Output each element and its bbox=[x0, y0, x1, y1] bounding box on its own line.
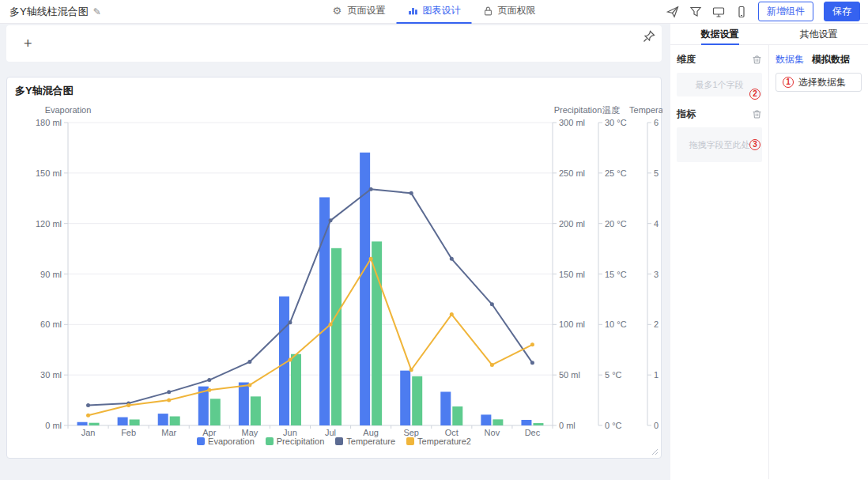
line-point bbox=[167, 399, 171, 403]
sidebar-tab-bar: 数据设置 其他设置 bbox=[670, 24, 868, 45]
bar bbox=[89, 423, 100, 425]
line-point bbox=[490, 363, 494, 367]
line-point bbox=[247, 360, 251, 364]
dataset-select[interactable]: 1 选择数据集 bbox=[776, 73, 862, 92]
chart-widget-card[interactable]: 多Y轴混合图 0 ml30 ml60 ml90 ml120 ml150 ml18… bbox=[6, 77, 662, 459]
bar bbox=[77, 422, 88, 425]
add-component-button[interactable]: 新增组件 bbox=[758, 2, 813, 21]
resize-handle[interactable] bbox=[651, 448, 659, 455]
axis-tick-label: 120 ml bbox=[36, 219, 62, 229]
bar-series-Precipitation bbox=[89, 241, 544, 425]
legend-label: Temperature bbox=[346, 437, 395, 446]
line-point bbox=[329, 218, 333, 222]
legend-item[interactable]: Evaporation bbox=[197, 437, 255, 446]
line-point bbox=[329, 323, 333, 327]
dimension-placeholder: 最多1个字段 bbox=[695, 79, 743, 91]
axis-tick-label: 6 bbox=[654, 118, 659, 127]
line-point bbox=[126, 403, 130, 407]
metric-section-title: 指标 bbox=[677, 108, 696, 121]
annotation-3: 3 bbox=[749, 139, 760, 150]
line-series-Temperature2 bbox=[89, 259, 533, 415]
desktop-preview-icon[interactable] bbox=[712, 6, 725, 18]
line-point bbox=[450, 312, 454, 316]
dataset-source-tab[interactable]: 数据集 bbox=[776, 53, 804, 66]
axis-tick-label: 5 bbox=[654, 168, 659, 178]
chart-legend: EvaporationPrecipitationTemperatureTempe… bbox=[7, 437, 661, 446]
line-point bbox=[369, 257, 373, 261]
tab-page-settings[interactable]: ⚙ 页面设置 bbox=[322, 0, 397, 24]
axis-tick-label: 1 bbox=[654, 370, 659, 380]
bar bbox=[130, 419, 140, 425]
axis-name: Evaporation bbox=[45, 105, 92, 115]
axis-name: Precipitation bbox=[554, 105, 602, 115]
axis-name: Temperat bbox=[629, 105, 662, 115]
save-button[interactable]: 保存 bbox=[824, 2, 860, 21]
legend-item[interactable]: Precipitation bbox=[266, 437, 325, 446]
legend-swatch bbox=[335, 437, 343, 445]
axis-tick-label: 2 bbox=[654, 319, 659, 329]
annotation-1: 1 bbox=[783, 77, 794, 88]
chart-icon bbox=[408, 6, 419, 17]
edit-title-icon[interactable]: ✎ bbox=[93, 6, 101, 17]
bar bbox=[412, 376, 422, 425]
legend-swatch bbox=[197, 437, 205, 445]
line-point bbox=[288, 358, 292, 362]
bar bbox=[521, 420, 531, 425]
axis-tick-label: 150 ml bbox=[36, 168, 62, 178]
metric-trash-icon[interactable] bbox=[752, 109, 762, 119]
legend-swatch bbox=[406, 437, 414, 445]
axis-tick-label: 0 bbox=[654, 421, 659, 430]
axis-tick-label: 0 ml bbox=[45, 421, 62, 430]
axis-name: 温度 bbox=[602, 105, 620, 115]
publish-send-icon[interactable] bbox=[666, 6, 679, 18]
tab-page-permissions[interactable]: 页面权限 bbox=[472, 0, 547, 24]
dimension-trash-icon[interactable] bbox=[752, 55, 762, 65]
axis-tick-label: 60 ml bbox=[40, 319, 62, 329]
legend-label: Temperature2 bbox=[417, 437, 471, 446]
axis-tick-label: 150 ml bbox=[559, 270, 585, 279]
metric-dropzone[interactable]: 拖拽字段至此处 3 bbox=[677, 127, 762, 162]
pin-icon[interactable] bbox=[643, 30, 655, 43]
axis-tick-label: 3 bbox=[654, 270, 659, 279]
tab-data-settings[interactable]: 数据设置 bbox=[670, 24, 769, 44]
line-point bbox=[167, 390, 171, 394]
axis-tick-label: 0 ml bbox=[559, 421, 576, 430]
chart-plot: 0 ml30 ml60 ml90 ml120 ml150 ml180 mlEva… bbox=[7, 77, 662, 459]
mock-data-tab[interactable]: 模拟数据 bbox=[812, 53, 850, 66]
bar bbox=[372, 241, 382, 425]
dimension-dropzone[interactable]: 最多1个字段 2 bbox=[677, 73, 762, 96]
line-series-Temperature bbox=[89, 189, 533, 405]
bar bbox=[452, 406, 462, 425]
dataset-select-placeholder: 选择数据集 bbox=[798, 76, 846, 89]
legend-item[interactable]: Temperature2 bbox=[406, 437, 471, 446]
bar bbox=[170, 417, 180, 425]
bar-series-Evaporation bbox=[77, 153, 532, 425]
line-point bbox=[207, 378, 211, 382]
tab-chart-design[interactable]: 图表设计 bbox=[397, 0, 472, 24]
filter-icon[interactable] bbox=[689, 6, 702, 18]
legend-item[interactable]: Temperature bbox=[335, 437, 395, 446]
dataset-column: 数据集 模拟数据 1 选择数据集 bbox=[769, 45, 868, 479]
header-tab-bar: ⚙ 页面设置 图表设计 页面权限 bbox=[322, 0, 547, 24]
axis-tick-label: 5 °C bbox=[605, 370, 622, 380]
empty-component-panel[interactable]: + bbox=[6, 25, 662, 62]
axis-tick-label: 30 ml bbox=[40, 370, 62, 380]
line-point bbox=[409, 368, 413, 372]
axis-tick-label: 0 °C bbox=[605, 421, 622, 430]
axis-tick-label: 20 °C bbox=[605, 219, 627, 229]
add-plus-button[interactable]: + bbox=[24, 36, 32, 52]
line-point bbox=[530, 342, 534, 346]
annotation-2: 2 bbox=[749, 89, 760, 100]
mobile-preview-icon[interactable] bbox=[735, 6, 748, 18]
axis-tick-label: 4 bbox=[654, 219, 659, 229]
tab-other-settings[interactable]: 其他设置 bbox=[769, 24, 868, 44]
axis-tick-label: 200 ml bbox=[559, 219, 585, 229]
line-point bbox=[530, 361, 534, 365]
bar bbox=[291, 354, 301, 425]
bar bbox=[319, 197, 330, 425]
axis-tick-label: 25 °C bbox=[605, 168, 627, 178]
bar bbox=[118, 418, 128, 425]
page-title: 多Y轴线柱混合图 bbox=[9, 5, 89, 19]
line-point bbox=[207, 388, 211, 392]
line-point bbox=[409, 191, 413, 195]
